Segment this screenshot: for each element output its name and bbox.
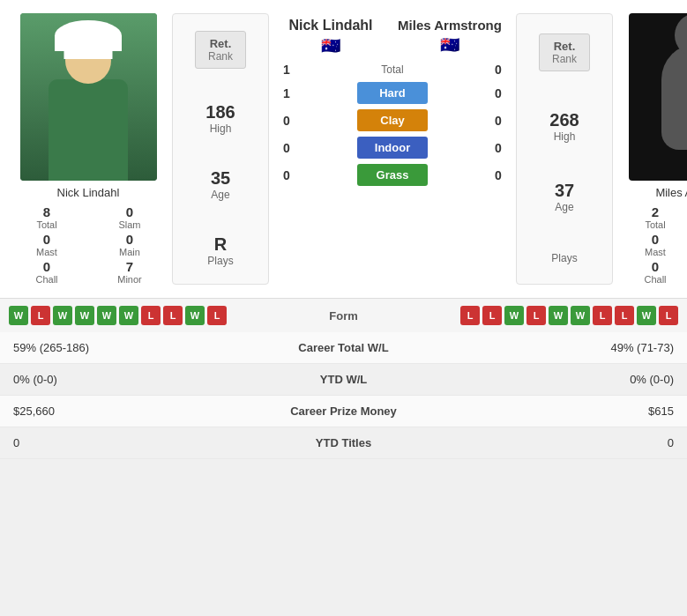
center-stat-plays-right-label: Plays (551, 252, 577, 264)
stat-slam-left-label: Slam (118, 219, 140, 230)
ret-rank-right: Ret. Rank (539, 33, 590, 71)
center-stat-plays-left-value: R (207, 234, 233, 255)
comp-indoor-center: Indoor (300, 137, 485, 159)
left-name-flag: Nick Lindahl 🇦🇺 (273, 18, 388, 56)
center-stat-high-right-label: High (549, 130, 579, 143)
comp-row-hard: 1 Hard 0 (273, 82, 512, 104)
form-badge-right: L (593, 306, 612, 325)
center-stat-age-right-value: 37 (555, 181, 574, 201)
comp-row-grass: 0 Grass 0 (273, 164, 512, 186)
comp-row-indoor: 0 Indoor 0 (273, 137, 512, 159)
table-cell-center: YTD W/L (241, 364, 447, 396)
stat-chall-right-label: Chall (644, 274, 666, 285)
stat-total-left-label: Total (36, 219, 56, 230)
form-badge-right: L (615, 306, 634, 325)
table-cell-right: 49% (71-73) (446, 332, 687, 364)
main-container: Nick Lindahl 8 Total 0 Slam 0 Mast 0 Mai… (0, 0, 687, 459)
ret-rank-right-value: Ret. (552, 40, 577, 53)
form-badge-left: W (53, 306, 72, 325)
comp-grass-left: 0 (273, 168, 300, 182)
table-cell-left: $25,660 (0, 396, 241, 427)
form-left: WLWWWWLLWL (9, 306, 295, 325)
comp-total-label: Total (381, 63, 403, 76)
form-badge-left: W (185, 306, 205, 325)
form-badge-right: L (659, 306, 678, 325)
stat-mast-left: 0 Mast (9, 232, 85, 257)
player-left: Nick Lindahl 8 Total 0 Slam 0 Mast 0 Mai… (9, 13, 168, 285)
center-stat-high-right: 268 High (549, 105, 579, 148)
player-right-photo (629, 13, 688, 181)
comp-hard-right: 0 (485, 86, 512, 100)
player-right-name: Miles Armstrong (655, 186, 687, 199)
stat-minor-left: 7 Minor (92, 259, 168, 285)
form-badge-right: W (549, 306, 568, 325)
left-player-name: Nick Lindahl (273, 18, 388, 33)
center-stat-high-left-value: 186 (205, 102, 235, 122)
player-left-stats: 8 Total 0 Slam 0 Mast 0 Main 0 Chall (9, 204, 168, 285)
table-cell-left: 0% (0-0) (0, 364, 241, 396)
comp-row-clay: 0 Clay 0 (273, 109, 512, 131)
center-stat-age-left-value: 35 (211, 168, 230, 189)
center-stat-plays-left: R Plays (207, 229, 233, 272)
form-badge-right: W (504, 306, 524, 325)
ret-rank-left-value: Ret. (208, 37, 233, 50)
form-badge-left: W (75, 306, 94, 325)
stat-chall-left: 0 Chall (9, 259, 85, 285)
form-right: LLWLWWLLWL (392, 306, 679, 325)
stat-chall-right: 0 Chall (617, 259, 687, 285)
stat-slam-left-value: 0 (126, 204, 133, 219)
table-row: 59% (265-186) Career Total W/L 49% (71-7… (0, 332, 687, 364)
center-stat-age-left-label: Age (211, 189, 230, 201)
comp-total-center: Total (300, 63, 485, 76)
table-cell-right: 0% (0-0) (446, 364, 687, 396)
center-stat-plays-left-label: Plays (207, 255, 233, 267)
table-cell-right: $615 (446, 396, 687, 427)
form-badge-left: W (119, 306, 138, 325)
form-badge-right: L (526, 306, 546, 325)
stat-total-right-label: Total (645, 219, 665, 230)
stat-main-left-label: Main (119, 247, 140, 257)
table-cell-left: 59% (265-186) (0, 332, 241, 364)
comp-clay-center: Clay (300, 109, 485, 131)
comp-clay-left: 0 (273, 114, 300, 128)
stat-chall-left-value: 0 (43, 259, 50, 274)
table-cell-center: Career Prize Money (241, 396, 447, 427)
comparison-middle: Nick Lindahl 🇦🇺 Miles Armstrong 🇦🇺 1 Tot… (273, 13, 512, 285)
table-cell-center: Career Total W/L (241, 332, 447, 364)
surface-indoor-badge: Indoor (357, 137, 428, 159)
player-right: Miles Armstrong 2 Total 0 Slam 0 Mast 0 … (617, 13, 687, 285)
left-player-flag: 🇦🇺 (273, 36, 388, 56)
form-section: WLWWWWLLWL Form LLWLWWLLWL (0, 298, 687, 332)
surface-clay-badge: Clay (357, 109, 428, 131)
stat-mast-left-label: Mast (36, 247, 57, 257)
comp-grass-right: 0 (485, 168, 512, 182)
stat-main-left: 0 Main (92, 232, 168, 257)
center-stats-left: Ret. Rank 186 High 35 Age R Plays (172, 13, 269, 285)
form-badge-right: W (571, 306, 590, 325)
center-stats-right: Ret. Rank 268 High 37 Age Plays (516, 13, 613, 285)
silhouette-icon (661, 44, 687, 150)
right-name-flag: Miles Armstrong 🇦🇺 (388, 18, 512, 56)
stat-total-left: 8 Total (9, 204, 85, 230)
center-stat-age-left: 35 Age (211, 163, 230, 206)
center-stat-age-right: 37 Age (555, 175, 574, 219)
comp-indoor-right: 0 (485, 141, 512, 155)
comp-clay-right: 0 (485, 114, 512, 128)
player-right-stats: 2 Total 0 Slam 0 Mast 0 Main 0 Chall (617, 204, 687, 285)
center-stat-rank-right: Ret. Rank (539, 28, 590, 77)
comp-grass-center: Grass (300, 164, 485, 186)
stat-total-right-value: 2 (652, 204, 659, 219)
center-stat-age-right-label: Age (555, 201, 574, 213)
stat-chall-left-label: Chall (35, 274, 57, 285)
right-player-flag: 🇦🇺 (388, 35, 512, 55)
form-badge-right: L (482, 306, 502, 325)
stat-minor-left-label: Minor (117, 274, 142, 285)
table-row: 0 YTD Titles 0 (0, 427, 687, 459)
stat-minor-left-value: 7 (126, 259, 133, 274)
right-player-name: Miles Armstrong (388, 18, 512, 33)
table-cell-center: YTD Titles (241, 427, 447, 459)
player-left-photo (20, 13, 157, 181)
stat-total-right: 2 Total (617, 204, 687, 230)
form-badge-left: L (141, 306, 161, 325)
center-stat-rank-left: Ret. Rank (195, 26, 246, 74)
